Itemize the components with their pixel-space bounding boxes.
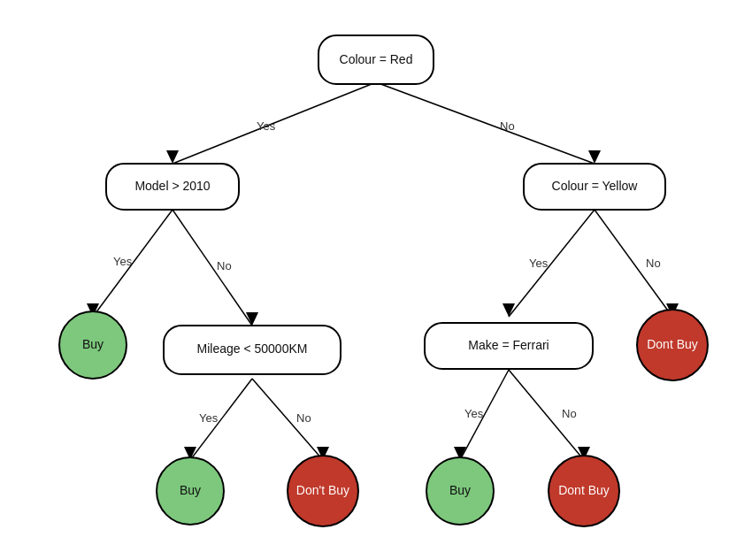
node-mileage-label: Mileage < 50000KM [197, 341, 308, 356]
node-colour-yellow-label: Colour = Yellow [552, 179, 639, 193]
edge-label-no-1: No [500, 119, 515, 133]
svg-line-6 [173, 210, 252, 326]
node-buy-3-label: Buy [449, 483, 471, 497]
edge-label-yes-3: Yes [529, 257, 549, 270]
edge-label-no-5: No [562, 407, 577, 420]
svg-line-2 [376, 82, 595, 164]
svg-line-8 [509, 210, 595, 317]
node-model-label: Model > 2010 [134, 179, 210, 193]
node-make-ferrari-label: Make = Ferrari [468, 338, 549, 352]
edge-label-yes-1: Yes [257, 119, 276, 133]
node-root-label: Colour = Red [340, 52, 413, 66]
edge-label-yes-4: Yes [199, 411, 219, 425]
edge-label-no-4: No [296, 411, 311, 425]
svg-line-14 [252, 379, 323, 460]
edge-label-yes-2: Yes [113, 255, 133, 268]
svg-line-4 [93, 210, 173, 317]
node-buy-1-label: Buy [82, 337, 104, 351]
node-dont-buy-3-label: Dont Buy [558, 483, 610, 497]
node-buy-2-label: Buy [180, 483, 201, 497]
edge-label-yes-5: Yes [464, 407, 484, 420]
edge-label-no-2: No [217, 259, 232, 272]
svg-marker-9 [503, 303, 515, 317]
edge-label-no-3: No [646, 257, 661, 270]
node-dont-buy-1-label: Dont Buy [647, 337, 698, 351]
svg-line-10 [595, 210, 672, 317]
node-dont-buy-2-label: Don't Buy [296, 483, 349, 497]
